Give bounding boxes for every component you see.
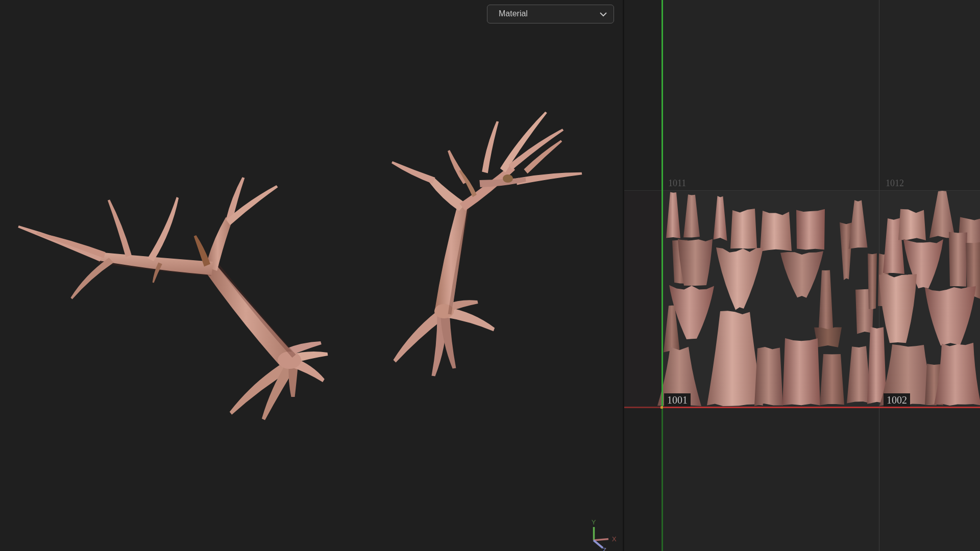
svg-text:X: X — [612, 535, 617, 543]
svg-text:Y: Y — [592, 518, 596, 526]
svg-text:Z: Z — [602, 546, 606, 551]
